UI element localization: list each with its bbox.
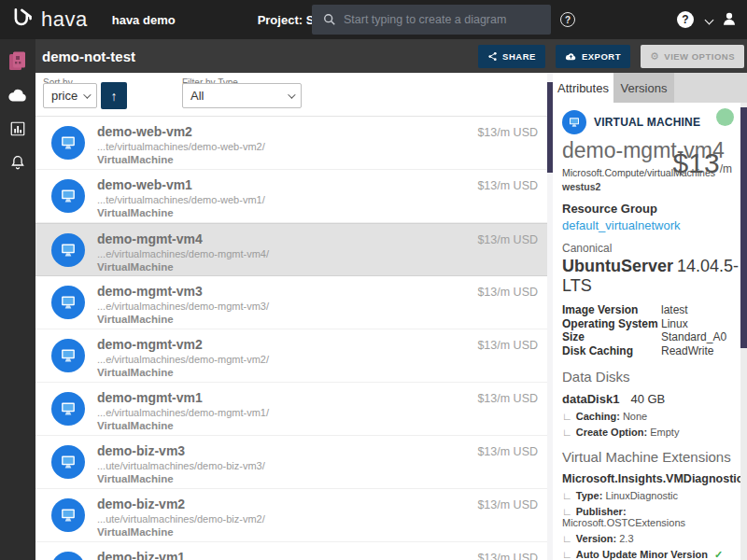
share-icon [487,51,498,62]
item-price: $13/m USD [477,339,538,352]
list-item[interactable]: demo-biz-vm3 ...ute/virtualmachines/demo… [35,436,547,489]
list-item[interactable]: demo-mgmt-vm4 ...e/virtualmachines/demo-… [35,223,547,276]
cloud-icon [7,88,28,103]
panel-scrollbar [740,103,747,560]
item-price: $13/m USD [477,126,538,139]
disk-line: dataDisk140 GB [562,392,734,406]
item-path: ...e/virtualmachines/demo-mgmt-vm2/ [97,354,547,365]
diagrams-icon [7,50,28,73]
check-icon: ✓ [714,549,723,560]
search-box[interactable] [312,5,551,35]
resource-group-link[interactable]: default_virtualnetwork [562,218,734,232]
item-type: VirtualMachine [97,261,547,273]
list-item[interactable]: demo-mgmt-vm1 ...e/virtualmachines/demo-… [35,383,547,436]
export-button-label: EXPORT [582,51,621,62]
sort-select-value: price [51,89,78,103]
disk-prop-key: Create Option: [576,427,647,438]
extension-prop: ∟Publisher: Microsoft.OSTCExtensions [562,506,734,528]
corner-icon: ∟ [562,506,572,517]
export-cloud-icon [565,51,577,62]
virtual-machine-icon [51,392,85,426]
extension-prop-key: Type: [576,490,603,501]
user-chevron-icon[interactable] [705,16,714,25]
filter-bar: Sort by price ↑ Filter by Type All [35,73,547,117]
export-button[interactable]: EXPORT [556,45,630,68]
list-item[interactable]: demo-mgmt-vm2 ...e/virtualmachines/demo-… [35,329,547,383]
virtual-machine-icon [51,179,85,213]
item-path: ...e/virtualmachines/demo-mgmt-vm1/ [97,407,547,418]
attr-row: Disk Caching ReadWrite [562,344,734,358]
extension-prop-value: 2.3 [619,533,633,544]
image-offer-name: UbuntuServer [562,257,673,275]
list-item[interactable]: demo-web-vm2 ...te/virtualmachines/demo-… [35,117,547,170]
search-icon [323,13,336,26]
extension-prop-value: Microsoft.OSTCExtensions [562,517,685,528]
list-item[interactable]: demo-mgmt-vm3 ...e/virtualmachines/demo-… [35,276,547,329]
list-item[interactable]: demo-biz-vm1 ...ute/virtualmachines/demo… [35,542,547,560]
sidebar [0,39,35,560]
list-item[interactable]: demo-web-vm1 ...te/virtualmachines/demo-… [35,170,547,223]
hava-logo[interactable]: hava [11,6,88,34]
chevron-down-icon [83,91,91,98]
attr-label: Operating System [562,317,661,331]
panel-content: $13/m VIRTUAL MACHINE demo-mgmt-vm4 Micr… [553,103,747,560]
tab-versions[interactable]: Versions [613,73,674,103]
extension-prop-key: Publisher: [576,506,627,517]
sidebar-item-environments[interactable] [0,78,35,112]
virtual-machine-icon [51,126,85,160]
panel-scrollbar-thumb[interactable] [740,107,747,348]
corner-icon: ∟ [562,549,572,560]
resource-price-minor: /m [720,162,732,175]
arrow-up-icon: ↑ [111,89,118,104]
item-price: $13/m USD [477,552,538,560]
attr-label: Disk Caching [562,344,661,358]
help-button[interactable]: ? [677,11,694,28]
chart-icon [9,120,26,137]
search-input[interactable] [344,13,521,26]
view-options-button[interactable]: ⚙ VIEW OPTIONS [641,45,744,68]
sidebar-item-alerts[interactable] [0,146,35,179]
disk-name: dataDisk1 [562,392,619,406]
attr-row: Size Standard_A0 [562,330,734,344]
extension-prop-value: LinuxDiagnostic [605,490,678,501]
list-item[interactable]: demo-biz-vm2 ...ute/virtualmachines/demo… [35,489,547,542]
share-button[interactable]: SHARE [478,45,545,68]
attributes-table: Image Version latest Operating System Li… [562,303,734,357]
corner-icon: ∟ [562,411,572,422]
item-type: VirtualMachine [97,473,547,484]
attr-label: Image Version [562,303,661,317]
hava-logo-icon [11,6,35,34]
data-disks-heading: Data Disks [562,369,734,385]
extension-name: Microsoft.Insights.VMDiagnosticsSettings [562,472,734,485]
sort-direction-button[interactable]: ↑ [101,82,127,109]
help-outline-icon[interactable]: ? [560,12,575,27]
disk-prop-key: Caching: [576,411,620,422]
bell-icon [9,154,26,171]
sort-select[interactable]: price [43,83,97,108]
resource-price: $13/m [673,147,732,179]
attr-row: Image Version latest [562,303,734,317]
sidebar-item-reports[interactable] [0,112,35,146]
topbar: hava hava demo Project: Show All ? ? [0,0,747,39]
view-options-button-label: VIEW OPTIONS [664,51,735,62]
item-type: VirtualMachine [97,207,547,218]
virtual-machine-icon [51,445,85,479]
item-price: $13/m USD [477,179,538,192]
virtual-machine-icon [51,552,85,560]
chevron-down-icon [288,91,295,98]
attr-value: latest [661,303,688,317]
item-path: ...e/virtualmachines/demo-mgmt-vm4/ [97,248,547,259]
virtual-machine-icon [51,498,85,532]
attributes-panel: Attributes Versions $13/m VIRTUAL MACHIN… [553,73,747,560]
share-button-label: SHARE [502,51,536,62]
tab-attributes[interactable]: Attributes [553,73,613,103]
extensions-heading: Virtual Machine Extensions [562,449,734,465]
user-icon[interactable] [721,10,738,31]
page-title: demo-not-test [42,49,135,64]
type-select[interactable]: All [182,83,302,108]
sidebar-item-diagrams[interactable] [0,45,35,78]
gear-icon: ⚙ [650,50,659,63]
status-dot [716,108,734,126]
item-path: ...te/virtualmachines/demo-web-vm2/ [97,141,547,152]
item-type: VirtualMachine [97,314,547,325]
